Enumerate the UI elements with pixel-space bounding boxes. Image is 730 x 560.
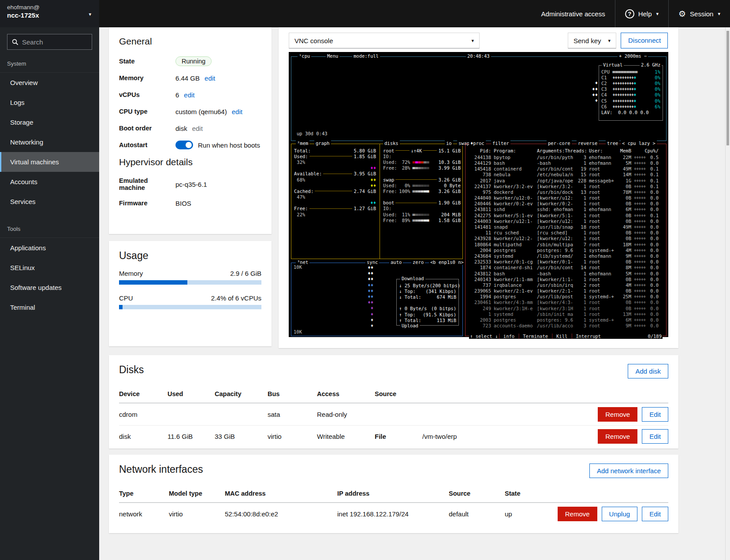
cell-device: disk bbox=[119, 433, 168, 440]
vnc-canvas[interactable]: ¹cpuMenumode:full20:48:43+ 2000ms −up 30… bbox=[289, 52, 668, 337]
footer-key: Kill bbox=[554, 334, 570, 339]
search-wrap: Search bbox=[0, 27, 99, 56]
autostart-toggle[interactable] bbox=[175, 141, 193, 149]
admin-access-indicator[interactable]: Administrative access bbox=[532, 0, 615, 27]
sidebar-item-label: Virtual machines bbox=[10, 158, 59, 166]
cpu-core-row: C1 ♦♦♦♦♦♦♦♦♦♦0% bbox=[601, 74, 660, 80]
footer-key: info bbox=[501, 334, 518, 339]
terminal-label: graph bbox=[314, 141, 331, 146]
cell-access: Read-only bbox=[317, 411, 375, 418]
memory-progress-bar bbox=[119, 280, 261, 285]
sidebar-item-logs[interactable]: Logs bbox=[0, 93, 99, 112]
sidebar-item-virtual-machines[interactable]: Virtual machines bbox=[0, 152, 99, 172]
terminal-label: reverse bbox=[577, 141, 599, 146]
edit-link[interactable]: edit bbox=[184, 91, 194, 99]
disks-title: Disks bbox=[119, 364, 144, 376]
field-value-wrap: Running bbox=[175, 56, 212, 66]
net-io-line: ↑ 0 Byte/s(0 bitps) bbox=[399, 306, 456, 312]
field-label: Emulated machine bbox=[119, 177, 175, 191]
sidebar-item-software-updates[interactable]: Software updates bbox=[0, 278, 99, 297]
disk-line bbox=[383, 171, 461, 177]
edit-button[interactable]: Edit bbox=[642, 429, 668, 444]
mem-line: ♦♦ bbox=[294, 182, 376, 188]
cell-mac: 52:54:00:8d:e0:e2 bbox=[225, 510, 337, 518]
sidebar-item-services[interactable]: Services bbox=[0, 192, 99, 211]
proc-row: 239065kworker/2:1-ev[kworker/2:1-1root0B… bbox=[466, 288, 666, 294]
mem-line: Used:1.85 GiB bbox=[294, 153, 376, 159]
mem-line: 32% bbox=[294, 159, 376, 165]
sidebar-item-applications[interactable]: Applications bbox=[0, 238, 99, 258]
network-title: Network interfaces bbox=[119, 464, 203, 475]
sidebar-item-selinux[interactable]: SELinux bbox=[0, 258, 99, 278]
host-switcher[interactable]: ehofmann@ ncc-1725x ▾ bbox=[0, 0, 99, 27]
page-scrollbar[interactable] bbox=[725, 27, 730, 560]
sidebar-item-storage[interactable]: Storage bbox=[0, 112, 99, 132]
sidebar-item-networking[interactable]: Networking bbox=[0, 132, 99, 152]
send-key-label: Send key bbox=[574, 37, 601, 45]
edit-link[interactable]: edit bbox=[205, 74, 215, 82]
proc-row: 180864multipathd/sbin/multipa7root18M♦♦♦… bbox=[466, 241, 666, 247]
net-graph-mark: ♦♦ bbox=[362, 294, 373, 299]
cell-ip: inet 192.168.122.179/24 bbox=[337, 510, 449, 518]
cpu-rows: CPU ■■■■■■■■■1%C1 ♦♦♦♦♦♦♦♦♦♦0%C2 ♦♦♦♦♦♦♦… bbox=[601, 69, 660, 115]
proc-row: 737irqbalance/usr/sbin/irq2root4M♦♦♦♦♦0.… bbox=[466, 282, 666, 288]
search-placeholder: Search bbox=[22, 38, 43, 46]
core-graph: ♦♦♦♦♦♦♦♦♦ bbox=[612, 75, 633, 80]
sidebar-item-terminal[interactable]: Terminal bbox=[0, 297, 99, 317]
proc-row: 244129bash-bash1ehofmann5M♦♦♦♦♦0.0 bbox=[466, 160, 666, 166]
terminal-label: per-core bbox=[547, 141, 572, 146]
add-network-interface-button[interactable]: Add network interface bbox=[589, 464, 668, 478]
nav-section-tools: Tools bbox=[0, 221, 99, 238]
send-key-dropdown[interactable]: Send key ▾ bbox=[568, 33, 616, 48]
session-menu[interactable]: ⚙ Session ▾ bbox=[669, 0, 730, 27]
cpu-side-mark: ♦♦ bbox=[580, 86, 598, 92]
add-disk-button[interactable]: Add disk bbox=[628, 364, 668, 378]
remove-button[interactable]: Remove bbox=[558, 507, 597, 521]
proc-header: Pid:Program:Arguments:Threads:User:MemBC… bbox=[466, 148, 666, 153]
net-io-line: ↓ Total:674 MiB bbox=[399, 294, 456, 300]
unplug-button[interactable]: Unplug bbox=[602, 507, 638, 521]
mem-line: ♦♦ bbox=[294, 200, 376, 206]
column-header: Access bbox=[317, 390, 375, 397]
proc-panel: ♦procfilterper-corereversetree< cpu lazy… bbox=[465, 144, 667, 336]
sidebar-item-label: Storage bbox=[10, 119, 34, 126]
disconnect-button[interactable]: Disconnect bbox=[621, 33, 668, 48]
field-value: pc-q35-6.1 bbox=[175, 181, 207, 188]
core-graph: ♦♦♦♦♦♦♦♦♦ bbox=[612, 98, 633, 104]
help-menu[interactable]: ? Help ▾ bbox=[615, 0, 668, 27]
console-type-select[interactable]: VNC console ▾ bbox=[289, 33, 480, 48]
disk-line: Free:28%■■■■■■3.99 GiB bbox=[383, 165, 461, 171]
search-input[interactable]: Search bbox=[7, 34, 92, 50]
column-header: Model type bbox=[169, 490, 225, 497]
sidebar-item-accounts[interactable]: Accounts bbox=[0, 172, 99, 192]
edit-button[interactable]: Edit bbox=[642, 507, 668, 521]
sidebar: ehofmann@ ncc-1725x ▾ Search SystemOverv… bbox=[0, 0, 99, 560]
field-value-wrap: custom (qemu64)edit bbox=[175, 108, 242, 115]
terminal-label: Upload bbox=[400, 323, 420, 328]
usage-title: Usage bbox=[119, 250, 261, 262]
remove-button[interactable]: Remove bbox=[598, 429, 637, 444]
terminal-label: ²mem bbox=[296, 141, 309, 146]
caret-down-icon: ▾ bbox=[89, 11, 91, 17]
core-label: C6 bbox=[601, 104, 612, 109]
proc-row: 11rcu_sched[rcu_sched]1root0B♦♦♦♦♦0.0 bbox=[466, 230, 666, 236]
net-graph-mark: ♦♦ bbox=[362, 282, 373, 288]
cell-capacity: 33 GiB bbox=[215, 433, 268, 440]
edit-button[interactable]: Edit bbox=[642, 407, 668, 422]
net-io-line: ↓ Top:(341 Kibps) bbox=[399, 288, 456, 294]
scrollbar-thumb[interactable] bbox=[726, 31, 729, 145]
cpu-progress-bar bbox=[119, 305, 261, 309]
cpu-virtual-panel: Virtual2.6 GHzCPU ■■■■■■■■■1%C1 ♦♦♦♦♦♦♦♦… bbox=[599, 65, 663, 121]
proc-row: 244040kworker/u12:0-[kworker/u12:1root0B… bbox=[466, 195, 666, 201]
proc-row: 240143kworker/1:1-mm[kworker/1:1-1root0B… bbox=[466, 276, 666, 282]
sidebar-item-overview[interactable]: Overview bbox=[0, 73, 99, 93]
cell-source: default bbox=[449, 510, 505, 518]
remove-button[interactable]: Remove bbox=[598, 407, 637, 422]
net-scale-bottom: 10K bbox=[294, 329, 302, 334]
proc-row: 243928kworker/u12:2-[kworker/u12:1root0B… bbox=[466, 236, 666, 241]
edit-link[interactable]: edit bbox=[232, 108, 242, 115]
brand-hostname: ncc-1725x bbox=[7, 11, 92, 19]
help-label: Help bbox=[638, 10, 652, 18]
mem-line: Free:1.27 GiB bbox=[294, 206, 376, 211]
terminal-label: ♦proc bbox=[469, 141, 486, 146]
